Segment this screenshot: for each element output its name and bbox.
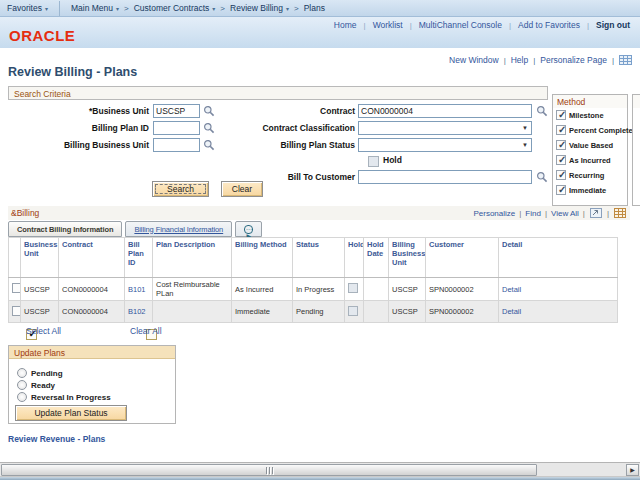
grid-icon[interactable]	[614, 208, 626, 218]
method-groupbox-title: Method	[553, 95, 627, 108]
cell-business-unit: USCSP	[21, 278, 59, 301]
ready-radio[interactable]	[17, 380, 27, 390]
update-plans-groupbox: Update Plans Pending Ready Reversal In P…	[8, 345, 176, 424]
column-header-hold[interactable]: Hold	[345, 238, 364, 278]
grid-row: USCSP CON0000004 B102 Immediate Pending …	[9, 301, 618, 323]
detail-link[interactable]: Detail	[502, 307, 521, 316]
page-title: Review Billing - Plans	[8, 65, 137, 79]
row-hold-checkbox[interactable]	[348, 283, 358, 293]
nav-home-link[interactable]: Home	[334, 20, 357, 30]
scrollbar-thumb[interactable]	[1, 464, 537, 476]
update-plan-status-button[interactable]: Update Plan Status	[15, 405, 127, 421]
chevron-down-icon: ▾	[45, 5, 48, 12]
method-recurring-checkbox[interactable]	[556, 170, 566, 180]
show-all-columns-icon: ⋯▶	[244, 225, 253, 234]
nav-multichannel-console-link[interactable]: MultiChannel Console	[419, 20, 502, 30]
clear-button[interactable]: Clear	[221, 181, 263, 197]
bill-plan-id-link[interactable]: B102	[128, 307, 146, 316]
view-all-link[interactable]: View All	[551, 209, 579, 218]
detail-link[interactable]: Detail	[502, 285, 521, 294]
column-header-customer[interactable]: Customer	[426, 238, 499, 278]
billing-section-title: &Billing	[11, 208, 39, 218]
method-milestone-checkbox[interactable]	[556, 110, 566, 120]
search-criteria-header: Search Criteria	[8, 86, 548, 100]
cell-status: Pending	[293, 301, 345, 323]
search-button[interactable]: Search	[152, 181, 209, 197]
select-all-link[interactable]: Select All	[26, 326, 61, 336]
bill-plan-id-link[interactable]: B101	[128, 285, 146, 294]
method-percent-complete-checkbox[interactable]	[556, 125, 566, 135]
column-header-select	[9, 238, 21, 278]
contract-classification-select[interactable]: ▼	[358, 121, 532, 135]
application-window: Favorites ▾ Main Menu ▾ Customer Contrac…	[0, 0, 640, 480]
breadcrumb-separator	[289, 3, 304, 13]
cell-billing-method: Immediate	[232, 301, 293, 323]
column-header-business-unit[interactable]: Business Unit	[21, 238, 59, 278]
tab-show-all-columns[interactable]: ⋯▶	[235, 221, 262, 237]
billing-business-unit-label: Billing Business Unit	[0, 140, 149, 150]
cell-contract: CON0000004	[59, 278, 125, 301]
row-hold-checkbox[interactable]	[348, 306, 358, 316]
review-revenue-plans-link[interactable]: Review Revenue - Plans	[8, 434, 105, 444]
breadcrumb-separator	[119, 3, 134, 13]
breadcrumb-favorites[interactable]: Favorites ▾	[7, 3, 48, 13]
hold-checkbox[interactable]	[368, 156, 379, 167]
breadcrumb-customer-contracts[interactable]: Customer Contracts ▾	[134, 3, 216, 13]
column-header-billing-business-unit[interactable]: Billing Business Unit	[389, 238, 426, 278]
http-grid-icon[interactable]	[619, 55, 632, 65]
business-unit-label: *Business Unit	[0, 106, 149, 116]
contract-label: Contract	[155, 106, 355, 116]
cell-customer: SPN0000002	[426, 278, 499, 301]
clear-all-link[interactable]: Clear All	[130, 326, 162, 336]
cell-plan-description: Cost Reimbursable PLan	[153, 278, 232, 301]
horizontal-scrollbar[interactable]: ▶	[0, 462, 640, 477]
personalize-page-link[interactable]: Personalize Page	[540, 55, 607, 65]
cell-contract: CON0000004	[59, 301, 125, 323]
tab-billing-financial-information[interactable]: Billing Financial Information	[125, 221, 232, 237]
personalize-link[interactable]: Personalize	[473, 209, 515, 218]
billing-plan-status-select[interactable]: ▼	[358, 138, 532, 152]
reversal-in-progress-label: Reversal In Progress	[31, 393, 111, 402]
method-immediate-label: Immediate	[569, 186, 606, 195]
method-immediate-checkbox[interactable]	[556, 185, 566, 195]
download-icon[interactable]	[590, 208, 602, 218]
cell-hold-date	[364, 278, 389, 301]
method-recurring-label: Recurring	[569, 171, 604, 180]
find-link[interactable]: Find	[525, 209, 541, 218]
method-value-based-checkbox[interactable]	[556, 140, 566, 150]
pending-radio[interactable]	[17, 368, 27, 378]
contract-lookup-icon[interactable]	[536, 105, 548, 117]
sign-out-link[interactable]: Sign out	[596, 20, 630, 30]
column-header-contract[interactable]: Contract	[59, 238, 125, 278]
dropdown-arrow-icon: ▼	[522, 142, 528, 148]
method-percent-complete-label: Percent Complete	[569, 126, 633, 135]
column-header-status[interactable]: Status	[293, 238, 345, 278]
column-header-detail[interactable]: Detail	[499, 238, 618, 278]
new-window-link[interactable]: New Window	[449, 55, 499, 65]
contract-input[interactable]	[358, 104, 532, 118]
bill-to-customer-lookup-icon[interactable]	[536, 171, 548, 183]
nav-worklist-link[interactable]: Worklist	[373, 20, 403, 30]
bill-to-customer-input[interactable]	[358, 170, 532, 184]
breadcrumb-review-billing[interactable]: Review Billing ▾	[230, 3, 289, 13]
column-header-billing-method[interactable]: Billing Method	[232, 238, 293, 278]
column-header-plan-description[interactable]: Plan Description	[153, 238, 232, 278]
method-as-incurred-checkbox[interactable]	[556, 155, 566, 165]
scrollbar-right-arrow[interactable]: ▶	[626, 464, 639, 476]
cell-plan-description	[153, 301, 232, 323]
billing-section-bar: &Billing Personalize Find View All	[8, 206, 630, 220]
reversal-in-progress-radio[interactable]	[17, 392, 27, 402]
nav-add-to-favorites-link[interactable]: Add to Favorites	[518, 20, 580, 30]
column-header-hold-date[interactable]: Hold Date	[364, 238, 389, 278]
row-select-checkbox[interactable]	[12, 283, 21, 293]
grid-tabs: Contract Billing Information Billing Fin…	[8, 221, 262, 237]
column-header-bill-plan-id[interactable]: Bill Plan ID	[125, 238, 153, 278]
help-link[interactable]: Help	[511, 55, 528, 65]
row-select-checkbox[interactable]	[12, 306, 21, 316]
breadcrumb-main-menu[interactable]: Main Menu ▾	[71, 3, 119, 13]
page-utility-links: New Window Help Personalize Page	[449, 55, 632, 65]
cell-billing-business-unit: USCSP	[389, 278, 426, 301]
tab-contract-billing-information[interactable]: Contract Billing Information	[8, 221, 122, 237]
method-value-based-label: Value Based	[569, 141, 613, 150]
cell-business-unit: USCSP	[21, 301, 59, 323]
